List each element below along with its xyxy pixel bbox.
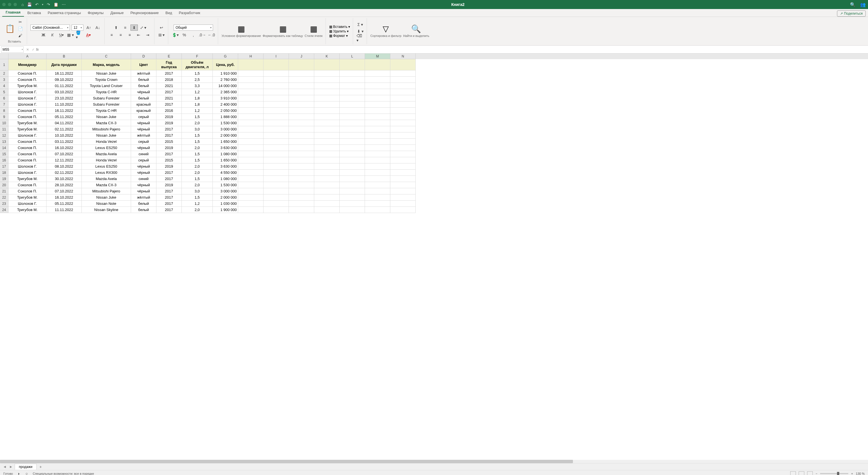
max-dot[interactable] [13,3,17,6]
cell[interactable] [390,95,416,101]
cell[interactable]: жёлтый [131,194,156,200]
cell[interactable]: Lexus RX300 [82,169,131,176]
cell[interactable]: синий [131,151,156,157]
cell[interactable]: 2017 [156,132,182,138]
cell[interactable]: 11.11.2022 [46,207,82,213]
align-left-icon[interactable]: ≡ [108,32,115,38]
cell[interactable]: красный [131,101,156,107]
cell[interactable] [264,83,289,89]
cell[interactable]: 3,0 [182,188,213,194]
currency-icon[interactable]: 💲▾ [172,32,179,38]
cell[interactable] [390,114,416,120]
cell[interactable]: 1 888 000 [213,114,238,120]
cell[interactable]: 3 630 000 [213,163,238,169]
cell-styles-button[interactable]: ▦Стили ячеек [305,24,322,38]
cell[interactable] [314,163,340,169]
cell[interactable] [314,101,340,107]
cell[interactable] [314,70,340,76]
row-header-16[interactable]: 16 [0,157,8,163]
cell[interactable] [264,163,289,169]
cell[interactable]: Subaru Forester [82,95,131,101]
cell[interactable]: Toyota Crown [82,76,131,83]
cell[interactable] [340,83,365,89]
cell[interactable]: Nissan Skyline [82,207,131,213]
cell[interactable] [314,120,340,126]
cell[interactable] [289,138,314,145]
cell[interactable] [365,76,390,83]
cell[interactable]: 16.11.2022 [46,70,82,76]
cell[interactable] [365,182,390,188]
row-header-11[interactable]: 11 [0,126,8,132]
formula-input[interactable] [40,46,868,53]
cell[interactable] [390,188,416,194]
col-header-L[interactable]: L [340,54,365,59]
row-header-6[interactable]: 6 [0,95,8,101]
cell[interactable] [340,89,365,95]
row-header-14[interactable]: 14 [0,145,8,151]
cell[interactable] [365,200,390,207]
share-button[interactable]: ↗ Поделиться [837,10,866,17]
cell[interactable]: Lexus ES250 [82,145,131,151]
bold-button[interactable]: Ж [40,32,47,38]
cell[interactable]: 1 530 000 [213,120,238,126]
paste-button[interactable]: 📋 [5,24,15,33]
underline-button[interactable]: Ч ▾ [58,32,65,38]
cell[interactable]: Марка, модель [82,59,131,70]
cell[interactable]: Mitsubishi Pajero [82,126,131,132]
cell[interactable]: Toyota C-HR [82,89,131,95]
cell[interactable] [390,89,416,95]
cell[interactable] [238,59,264,70]
row-header-1[interactable]: 1 [0,59,8,70]
row-header-18[interactable]: 18 [0,169,8,176]
col-header-H[interactable]: H [238,54,264,59]
cell[interactable] [365,114,390,120]
cell[interactable] [365,163,390,169]
cell[interactable] [390,194,416,200]
cell[interactable] [289,101,314,107]
cell[interactable] [264,194,289,200]
zoom-out-icon[interactable]: − [815,472,817,475]
cell[interactable] [340,107,365,114]
cell[interactable]: Соколов П. [8,145,46,151]
cell[interactable]: 2,5 [182,76,213,83]
cell[interactable] [264,200,289,207]
cell[interactable]: Соколов П. [8,76,46,83]
cell[interactable] [340,101,365,107]
row-header-8[interactable]: 8 [0,107,8,114]
cancel-formula-icon[interactable]: ✕ [25,48,30,52]
cell[interactable]: 2017 [156,101,182,107]
cell[interactable]: 08.10.2022 [46,163,82,169]
cell[interactable] [264,89,289,95]
cell[interactable]: 4 550 000 [213,169,238,176]
cell[interactable] [238,107,264,114]
cell[interactable] [314,114,340,120]
name-box[interactable]: M55 [1,46,24,53]
cell[interactable] [340,59,365,70]
cell[interactable] [390,132,416,138]
cell[interactable] [289,145,314,151]
cell[interactable]: 2,0 [182,207,213,213]
cell[interactable]: 2,0 [182,169,213,176]
cell[interactable] [314,200,340,207]
tab-Разметка страницы[interactable]: Разметка страницы [44,9,84,17]
close-dot[interactable] [2,3,6,6]
font-name-select[interactable]: Calibri (Основной… [30,25,70,31]
cell[interactable]: Соколов П. [8,70,46,76]
cell[interactable] [340,157,365,163]
cell[interactable] [390,76,416,83]
cell[interactable] [314,182,340,188]
cell[interactable]: 2 400 000 [213,101,238,107]
copy-icon[interactable]: 📄 [17,26,24,32]
cell[interactable]: 1 530 000 [213,182,238,188]
orientation-icon[interactable]: ⤢ ▾ [140,25,147,31]
tab-Вставка[interactable]: Вставка [24,9,44,17]
zoom-thumb[interactable] [837,472,839,475]
redo-icon[interactable]: ↷ [47,2,50,7]
cell[interactable] [264,145,289,151]
cell[interactable] [264,132,289,138]
cell[interactable]: 1,5 [182,176,213,182]
col-header-D[interactable]: D [131,54,156,59]
sort-filter-button[interactable]: ▽Сортировка и фильтр [370,24,401,38]
increase-font-icon[interactable]: A↑ [85,25,92,31]
row-header-12[interactable]: 12 [0,132,8,138]
